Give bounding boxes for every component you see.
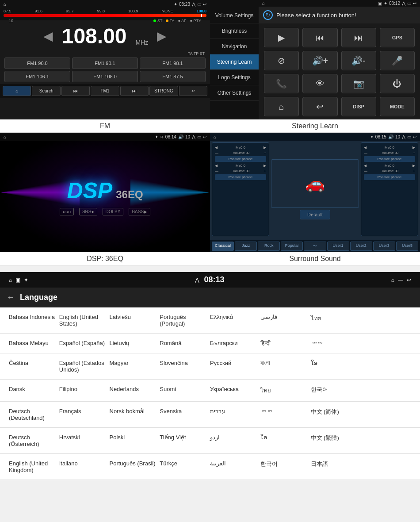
fm-next-button[interactable]: ⏭ xyxy=(120,86,149,96)
lang-bulgarian[interactable]: Български xyxy=(210,338,260,349)
steer-back-btn[interactable]: ↩ xyxy=(302,97,337,116)
freq-up-arrow[interactable]: ▶ xyxy=(157,29,167,43)
surround-tab-user1[interactable]: User1 xyxy=(327,242,349,251)
lang-romana[interactable]: Română xyxy=(160,338,210,349)
lang-latviesu[interactable]: Latviešu xyxy=(110,312,160,329)
lang-korean-2[interactable]: 한국어 xyxy=(260,458,311,475)
steer-gps-btn[interactable]: GPS xyxy=(380,28,415,47)
lang-hebrew[interactable]: עברית xyxy=(210,406,260,423)
lang-greek[interactable]: Ελληνικά xyxy=(210,312,260,329)
lang-dutch[interactable]: Nederlands xyxy=(110,384,160,397)
sidebar-brightness[interactable]: Brightness xyxy=(210,23,259,39)
surround-tab-user3[interactable]: User3 xyxy=(373,242,395,251)
fm-home-button[interactable]: ⌂ xyxy=(3,86,31,96)
lang-urdu[interactable]: اردو xyxy=(210,432,260,449)
surround-right-plus2[interactable]: + xyxy=(413,169,415,173)
fm-search-button[interactable]: Search xyxy=(32,86,60,96)
steer-next-btn[interactable]: ⏭ xyxy=(341,28,376,47)
lang-polish[interactable]: Polski xyxy=(110,432,160,449)
surround-tab-jazz[interactable]: Jazz xyxy=(235,242,257,251)
lang-thai[interactable]: ไทย xyxy=(311,312,361,329)
lang-german-at[interactable]: Deutsch (Österreich) xyxy=(9,432,59,449)
surround-left-arrow-right2[interactable]: ▶ xyxy=(263,164,266,168)
steer-mic-btn[interactable]: 🎤 xyxy=(380,51,415,70)
surround-right-arrow-left[interactable]: ◀ xyxy=(364,146,367,150)
lang-italian[interactable]: Italiano xyxy=(59,458,110,475)
lang-bahasa-indonesia[interactable]: Bahasa Indonesia xyxy=(9,312,59,329)
refresh-icon[interactable]: ↻ xyxy=(263,10,273,20)
lang-swedish[interactable]: Svenska xyxy=(160,406,210,423)
surround-right-arrow-right[interactable]: ▶ xyxy=(412,146,415,150)
preset-1[interactable]: FM1 90.0 xyxy=(4,58,70,69)
lang-french[interactable]: Français xyxy=(59,406,110,423)
lang-lao-2[interactable]: ໃອ xyxy=(260,432,311,449)
lang-german-de[interactable]: Deutsch (Deutschland) xyxy=(9,406,59,423)
lang-slovak[interactable]: Slovenčina xyxy=(160,358,210,375)
surround-tab-user2[interactable]: User2 xyxy=(350,242,372,251)
surround-left-minus2[interactable]: — xyxy=(215,169,218,173)
lang-chinese-simplified[interactable]: 中文 (简体) xyxy=(311,406,361,423)
sidebar-navigation[interactable]: Navigation xyxy=(210,39,259,54)
lang-portugues-pt[interactable]: Português (Portugal) xyxy=(160,312,210,329)
steer-prev-btn[interactable]: ⏮ xyxy=(302,28,337,47)
steer-home-btn[interactable]: ⌂ xyxy=(264,97,299,116)
steer-play-btn[interactable]: ▶ xyxy=(264,28,299,47)
preset-5[interactable]: FM1 108.0 xyxy=(72,71,138,82)
lang-japanese[interactable]: 日本語 xyxy=(311,458,361,475)
surround-tab-classical[interactable]: Classical xyxy=(212,242,234,251)
steer-power-btn[interactable]: ⏻ xyxy=(380,74,415,93)
steer-call-btn[interactable]: 📞 xyxy=(264,74,299,93)
lang-finnish[interactable]: Suomi xyxy=(160,384,210,397)
lang-english-us[interactable]: English (United States) xyxy=(59,312,110,329)
steer-camera-btn[interactable]: 📷 xyxy=(341,74,376,93)
lang-korean[interactable]: 한국어 xyxy=(311,384,361,397)
preset-4[interactable]: FM1 106.1 xyxy=(4,71,70,82)
lang-english-uk[interactable]: English (United Kingdom) xyxy=(9,458,59,475)
lang-farsi[interactable]: فارسی xyxy=(260,312,311,329)
steer-eye-btn[interactable]: 👁 xyxy=(302,74,337,93)
lang-filipino[interactable]: Filipino xyxy=(59,384,110,397)
surround-right-arrow-left2[interactable]: ◀ xyxy=(364,164,367,168)
surround-tab-user5[interactable]: User5 xyxy=(396,242,418,251)
lang-bengali[interactable]: বাংলা xyxy=(260,358,311,375)
surround-right-minus2[interactable]: — xyxy=(364,169,367,173)
surround-left-plus2[interactable]: + xyxy=(264,169,266,173)
fm-strong-button[interactable]: STRONG xyxy=(149,86,178,96)
surround-left-arrow-left2[interactable]: ◀ xyxy=(215,164,218,168)
surround-left-minus[interactable]: — xyxy=(215,151,218,155)
sidebar-other-settings[interactable]: Other Settings xyxy=(210,85,259,101)
lang-burmese-2[interactable]: တတ xyxy=(260,406,311,423)
lang-lao[interactable]: ໃອ xyxy=(311,358,361,375)
lang-ukrainian[interactable]: Українська xyxy=(210,384,260,397)
lang-espanol-us[interactable]: Español (Estados Unidos) xyxy=(59,358,110,375)
lang-chinese-traditional[interactable]: 中文 (繁體) xyxy=(311,432,361,449)
freq-down-arrow[interactable]: ◀ xyxy=(43,29,53,43)
surround-default-button[interactable]: Default xyxy=(300,210,330,219)
lang-arabic[interactable]: العربية xyxy=(210,458,260,475)
lang-bahasa-melayu[interactable]: Bahasa Melayu xyxy=(9,338,59,349)
lang-portugues-br[interactable]: Português (Brasil) xyxy=(110,458,160,475)
steer-mode-btn[interactable]: MODE xyxy=(380,97,415,116)
lang-turkish[interactable]: Türkçe xyxy=(160,458,210,475)
lang-danish[interactable]: Dansk xyxy=(9,384,59,397)
surround-right-minus[interactable]: — xyxy=(364,151,367,155)
lang-vietnamese[interactable]: Tiếng Việt xyxy=(160,432,210,449)
sidebar-volume-settings[interactable]: Volume Settings xyxy=(210,8,259,23)
surround-left-arrow-left[interactable]: ◀ xyxy=(215,146,218,150)
lang-magyar[interactable]: Magyar xyxy=(110,358,160,375)
lang-lithuanian[interactable]: Lietuvių xyxy=(110,338,160,349)
lang-thai-2[interactable]: ไทย xyxy=(260,384,311,397)
lang-norwegian[interactable]: Norsk bokmål xyxy=(110,406,160,423)
surround-tab-rock[interactable]: Rock xyxy=(258,242,280,251)
surround-left-plus[interactable]: + xyxy=(264,151,266,155)
preset-2[interactable]: FM1 90.1 xyxy=(72,58,138,69)
surround-right-arrow-right2[interactable]: ▶ xyxy=(412,164,415,168)
steer-disp-btn[interactable]: DISP xyxy=(341,97,376,116)
steer-vol-up-btn[interactable]: 🔊+ xyxy=(302,51,337,70)
lang-espanol-es[interactable]: Español (España) xyxy=(59,338,110,349)
lang-czech[interactable]: Čeština xyxy=(9,358,59,375)
lang-hindi[interactable]: हिन्दी xyxy=(260,338,311,349)
steer-vol-down-btn[interactable]: 🔊- xyxy=(341,51,376,70)
lang-burmese[interactable]: တတ xyxy=(311,338,361,349)
fm-source-button[interactable]: FM1 xyxy=(91,86,119,96)
